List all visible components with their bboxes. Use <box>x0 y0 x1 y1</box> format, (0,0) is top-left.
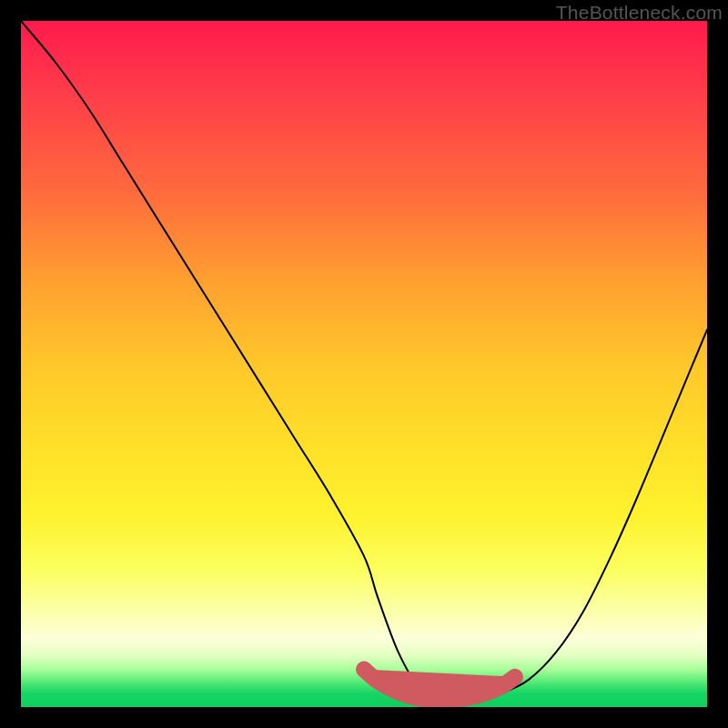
bottleneck-curve <box>21 21 707 702</box>
chart-container: TheBottleneck.com <box>0 0 728 728</box>
marker-cluster <box>364 670 515 701</box>
watermark-text: TheBottleneck.com <box>556 2 723 24</box>
plot-area <box>21 21 707 707</box>
chart-svg <box>21 21 707 707</box>
